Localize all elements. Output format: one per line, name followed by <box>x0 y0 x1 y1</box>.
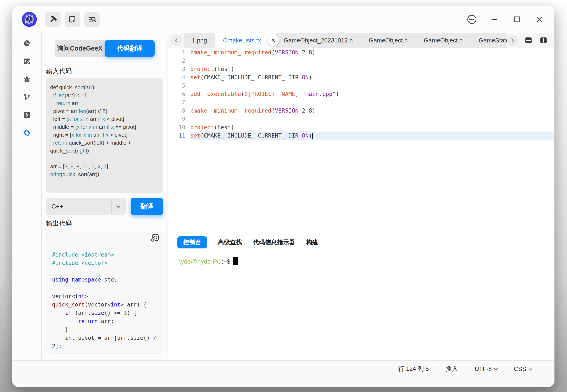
run-file-button[interactable] <box>65 12 80 27</box>
code-token: 2.8) <box>298 49 315 56</box>
code-token: in <box>88 132 92 138</box>
code-token: 1 <box>124 310 127 316</box>
code-token: return <box>53 140 67 146</box>
input-code-label: 输入代码 <box>46 67 163 76</box>
editor-tabs: 1.pngCmakeLists.tx✕GameObject_20231012.h… <box>184 33 507 48</box>
editor-tab[interactable]: GameObject.h <box>416 33 471 48</box>
status-item[interactable]: 行 124 列 5 <box>390 364 437 374</box>
code-token: $ <box>227 258 230 265</box>
code-line <box>190 56 554 65</box>
code-token: hyde@hyde-PC <box>177 258 222 265</box>
gear-glyph <box>23 13 35 25</box>
close-button[interactable] <box>534 14 545 25</box>
code-token: ON <box>302 132 309 139</box>
minimize-icon <box>490 15 499 24</box>
code-token: 2]; <box>52 343 62 349</box>
line-number: 8 <box>168 107 190 115</box>
output-code-line: #include <iostream> <box>52 251 157 259</box>
editor-tab[interactable]: CmakeLists.tx✕ <box>215 33 276 48</box>
tabs-scroll-left-button[interactable] <box>171 35 182 46</box>
translate-button[interactable]: 翻译 <box>131 198 163 215</box>
panel-tab[interactable]: 构建 <box>306 238 318 247</box>
editor-tab[interactable]: GameState.cpp <box>471 33 507 48</box>
editor-tab[interactable]: GameObject_20231012.h <box>276 33 361 48</box>
code-token: ( <box>241 91 244 97</box>
insert-code-button[interactable] <box>150 233 159 244</box>
code-token: if <box>107 124 110 130</box>
select-chevron-button[interactable] <box>111 198 126 215</box>
editor-tab[interactable]: GameObject.h <box>361 33 416 48</box>
panel-tab[interactable]: 控制台 <box>177 236 207 248</box>
insert-code-icon <box>150 233 159 243</box>
bottom-panel: 控制台高级查找代码信息指示器构建 hyde@hyde-PC:~$ <box>168 233 554 360</box>
terminal-edit-icon <box>23 57 31 65</box>
code-editor[interactable]: cmake_ minimum_ required(VERSION 2.8) pr… <box>190 48 554 233</box>
code-token: #include <iostream> <box>52 252 114 258</box>
split-vertical-button[interactable] <box>539 36 548 45</box>
code-token: arr = [3, 6, 8, 10, 1, 2, 1] <box>50 163 108 169</box>
panel-tab[interactable]: 高级查找 <box>218 238 242 247</box>
input-code-area[interactable]: def quick_sort(arr): if len(arr) <= 1: r… <box>46 78 163 193</box>
search-list-icon <box>87 15 97 24</box>
split-horizontal-button[interactable] <box>524 36 533 45</box>
code-token: (vector< <box>85 301 111 308</box>
status-item[interactable]: 插入 <box>437 364 466 374</box>
code-token: return <box>78 318 98 324</box>
input-code-line: middle = [x for x in arr if x == pivot] <box>50 123 159 131</box>
close-tab-button[interactable]: ✕ <box>268 35 279 46</box>
code-token: (CMAKE_ INCLUDE_ CURRENT_ DIR <box>200 132 302 139</box>
mode-tab-ask[interactable]: 询问CodeGeeX <box>55 40 105 57</box>
terminal-console[interactable]: hyde@hyde-PC:~$ <box>168 252 554 360</box>
status-item[interactable]: CSS <box>505 364 540 374</box>
build-hammer-button[interactable] <box>45 12 61 27</box>
git-branch-icon <box>23 93 31 101</box>
chevron-down-icon <box>528 367 532 370</box>
more-options-button[interactable] <box>466 14 478 25</box>
terminal-editor-button[interactable] <box>23 57 31 65</box>
code-line: project(test) <box>190 123 554 131</box>
code-token: ) <box>309 74 312 81</box>
maximize-button[interactable] <box>511 14 523 25</box>
s-plugin-icon: S <box>23 111 31 119</box>
output-code-line: int pivot = arr[arr.size() / <box>52 334 157 342</box>
search-in-files-button[interactable] <box>84 12 100 27</box>
panel-tab[interactable]: 代码信息指示器 <box>253 238 295 247</box>
code-token: arr <box>92 132 101 138</box>
code-token: in <box>93 124 97 130</box>
status-item-label: UTF-8 <box>475 365 492 372</box>
input-code-line: left = [x for x in arr if x < pivot] <box>50 115 159 123</box>
git-branch-button[interactable] <box>23 93 31 101</box>
line-number: 5 <box>168 82 190 90</box>
code-token <box>52 318 78 324</box>
code-token: quick_sort(left) + middle + <box>67 140 131 146</box>
code-token: if <box>101 132 104 138</box>
target-language-select[interactable]: C++ <box>46 198 126 215</box>
mode-tab-translate[interactable]: 代码翻译 <box>105 40 155 57</box>
s-plugin-button[interactable]: S <box>23 111 31 119</box>
minimize-button[interactable] <box>489 14 500 25</box>
code-token: return <box>56 100 70 106</box>
hammer-icon <box>48 15 57 24</box>
bug-icon <box>23 75 31 83</box>
output-code-box: #include <iostream>#include <vector> usi… <box>46 232 163 353</box>
editor-tab-label: GameObject_20231012.h <box>284 37 353 44</box>
code-token: ( <box>271 49 275 56</box>
code-token: (quick_sort(arr)) <box>61 171 99 178</box>
code-token: x <box>111 124 114 130</box>
code-token: using <box>52 277 68 283</box>
code-line: add_ executable($[PROJECT_ NAME] "main.c… <box>190 90 554 98</box>
code-token: cmake_ minimum_ required <box>190 107 271 114</box>
status-item[interactable]: UTF-8 <box>466 364 505 374</box>
output-code-line: using namespace std; <box>52 276 157 284</box>
line-number: 9 <box>168 115 190 123</box>
chevron-right-icon <box>509 37 516 43</box>
code-token: set <box>190 74 200 81</box>
editor-tab[interactable]: 1.png <box>184 33 215 48</box>
translate-row: C++ 翻译 <box>46 198 163 215</box>
code-token: x <box>102 116 105 122</box>
code-token: : <box>222 258 223 265</box>
tabs-scroll-right-button[interactable] <box>507 35 518 46</box>
history-clock-button[interactable] <box>23 39 31 47</box>
codegeex-button[interactable] <box>23 129 31 137</box>
debug-button[interactable] <box>23 75 31 83</box>
